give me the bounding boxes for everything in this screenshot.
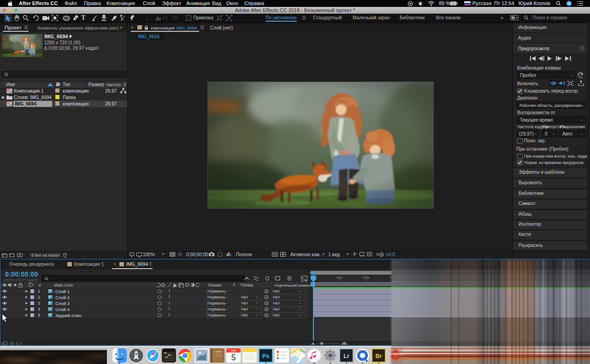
svg-text:Lr: Lr: [343, 353, 349, 359]
svg-text:Ps: Ps: [262, 353, 269, 359]
svg-text:Br: Br: [376, 353, 382, 359]
svg-text:ЯНВ: ЯНВ: [231, 350, 236, 352]
svg-text:5: 5: [231, 353, 236, 362]
svg-text:fx: fx: [173, 283, 177, 288]
